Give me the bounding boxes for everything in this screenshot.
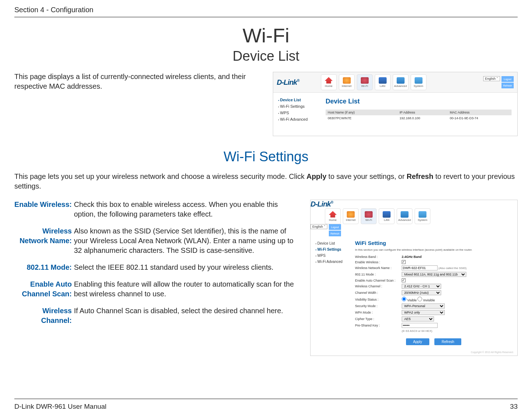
wifi-icon bbox=[365, 211, 373, 218]
select-wpa-mode[interactable]: WPA2 only bbox=[402, 310, 445, 315]
col-hostname: Host Name (if any) bbox=[326, 110, 397, 115]
wifi-settings-title: Wi-Fi Settings bbox=[14, 149, 518, 165]
label-enable: Enable Wireless : bbox=[355, 260, 402, 264]
nav-advanced[interactable]: Advanced bbox=[397, 208, 412, 224]
apply-button[interactable]: Apply bbox=[406, 338, 429, 345]
radio-invisible[interactable] bbox=[417, 297, 422, 301]
dlink-logo: D-Link® bbox=[311, 200, 333, 208]
term-wireless-channel: Wireless Channel: bbox=[14, 306, 72, 325]
refresh-button[interactable]: Refresh bbox=[434, 338, 461, 345]
sidebar-item-wifi-settings[interactable]: Wi-Fi Settings bbox=[316, 247, 348, 251]
footer-manual-name: D-Link DWR-961 User Manual bbox=[14, 403, 107, 411]
globe-icon bbox=[347, 211, 355, 218]
ssid-hint: (Also called the SSID) bbox=[439, 267, 467, 270]
checkbox-enable-wireless[interactable] bbox=[402, 260, 406, 264]
nav-wifi[interactable]: Wi-Fi bbox=[357, 74, 373, 90]
value-band: 2.4GHz Band bbox=[402, 255, 422, 259]
label-width: Channel Width : bbox=[355, 291, 402, 295]
home-icon bbox=[325, 77, 333, 84]
sidebar-item-device-list[interactable]: Device List bbox=[316, 241, 348, 245]
nav-system[interactable]: System bbox=[411, 74, 426, 90]
nav-advanced[interactable]: Advanced bbox=[393, 74, 409, 90]
top-nav: Home Internet Wi-Fi LAN Advanced System bbox=[321, 74, 426, 90]
wifi-settings-screenshot: D-Link® Home Internet Wi-Fi LAN Advanced… bbox=[310, 200, 518, 356]
lan-icon bbox=[379, 77, 387, 84]
advanced-icon bbox=[397, 77, 405, 84]
term-80211-mode: 802.11 Mode: bbox=[14, 263, 72, 272]
nav-home[interactable]: Home bbox=[321, 74, 337, 90]
select-channel-width[interactable]: 20/40MHz (Auto) bbox=[402, 290, 441, 295]
screenshot-topbar: D-Link® Home Internet Wi-Fi LAN Advanced… bbox=[273, 72, 517, 93]
page-number: 33 bbox=[510, 403, 518, 411]
input-psk[interactable] bbox=[402, 323, 438, 328]
wifi-settings-intro: This page lets you set up your wireless … bbox=[14, 172, 518, 191]
language-select[interactable]: English ˅ bbox=[311, 224, 327, 229]
sidebar: Device List Wi-Fi Settings WPS Wi-Fi Adv… bbox=[273, 93, 320, 136]
footer-divider bbox=[14, 399, 518, 399]
def-80211-mode: Select the IEEE 802.11 standard used by … bbox=[74, 263, 299, 272]
sidebar-item-wifi-advanced[interactable]: Wi-Fi Advanced bbox=[316, 260, 348, 264]
term-network-name: Wireless Network Name: bbox=[14, 226, 72, 255]
label-visible: Visible bbox=[407, 298, 417, 302]
home-icon bbox=[329, 211, 337, 218]
sidebar-item-device-list[interactable]: Device List bbox=[278, 98, 318, 102]
input-ssid[interactable] bbox=[402, 265, 438, 270]
label-ssid: Wireless Network Name : bbox=[355, 266, 402, 270]
label-visibility: Visibility Status : bbox=[355, 298, 402, 301]
definitions-list: Enable Wireless: Check this box to enabl… bbox=[14, 200, 299, 325]
nav-lan[interactable]: LAN bbox=[379, 208, 395, 224]
select-cipher-type[interactable]: AES bbox=[402, 316, 434, 321]
dlink-logo: D-Link® bbox=[277, 78, 299, 87]
checkbox-auto-channel[interactable] bbox=[402, 278, 406, 282]
logout-button[interactable]: Logout bbox=[501, 76, 514, 82]
col-mac: MAC Address bbox=[448, 110, 501, 115]
screenshot-topbar: D-Link® Home Internet Wi-Fi LAN Advanced… bbox=[311, 200, 517, 236]
language-select[interactable]: English ˅ bbox=[483, 76, 500, 81]
panel-title: WiFi Setting bbox=[355, 240, 512, 246]
sidebar-item-wifi-settings[interactable]: Wi-Fi Settings bbox=[278, 104, 318, 108]
nav-wifi[interactable]: Wi-Fi bbox=[361, 208, 377, 224]
system-icon bbox=[415, 77, 423, 84]
device-list-intro: This page displays a list of currently-c… bbox=[14, 72, 258, 91]
cell-ip: 192.168.0.100 bbox=[397, 115, 448, 121]
copyright-text: Copyright © 2013 All Rights Reserved. bbox=[311, 349, 517, 356]
label-psk: Pre-Shared Key : bbox=[355, 324, 402, 327]
radio-visible[interactable] bbox=[402, 297, 406, 301]
top-divider bbox=[14, 17, 518, 17]
nav-lan[interactable]: LAN bbox=[375, 74, 391, 90]
refresh-button[interactable]: Refresh bbox=[329, 231, 341, 236]
cell-hostname: 08307PCWIN7E bbox=[326, 115, 397, 121]
cell-mac: 00-14-D1-9E-D3-74 bbox=[448, 115, 501, 121]
device-list-screenshot: D-Link® Home Internet Wi-Fi LAN Advanced… bbox=[273, 72, 518, 136]
nav-system[interactable]: System bbox=[415, 208, 430, 224]
psk-hint: (8~63 ASCII or 64 HEX) bbox=[402, 329, 432, 333]
top-nav: Home Internet Wi-Fi LAN Advanced System bbox=[325, 208, 517, 224]
label-cipher: Cipher Type : bbox=[355, 317, 402, 321]
sidebar-item-wps[interactable]: WPS bbox=[278, 111, 318, 115]
label-channel: Wireless Channel : bbox=[355, 284, 402, 288]
term-enable-wireless: Enable Wireless: bbox=[14, 200, 72, 219]
nav-internet[interactable]: Internet bbox=[339, 74, 355, 90]
panel-description: In this section you can configure the wi… bbox=[355, 248, 512, 251]
label-security: Security Mode : bbox=[355, 304, 402, 308]
nav-home[interactable]: Home bbox=[325, 208, 341, 224]
advanced-icon bbox=[401, 211, 409, 218]
def-wireless-channel: If Auto Channel Scan is disabled, select… bbox=[74, 306, 299, 325]
section-header: Section 4 - Configuration bbox=[14, 6, 518, 14]
label-invisible: Invisible bbox=[423, 298, 435, 302]
select-channel[interactable]: 2.412 GHz - CH 1 bbox=[402, 284, 441, 289]
sidebar-item-wifi-advanced[interactable]: Wi-Fi Advanced bbox=[278, 117, 318, 121]
panel-title: Device List bbox=[326, 98, 512, 105]
select-security-mode[interactable]: WPA-Personal bbox=[402, 304, 445, 309]
table-header: Host Name (if any) IP Address MAC Addres… bbox=[326, 110, 512, 115]
sidebar: Device List Wi-Fi Settings WPS Wi-Fi Adv… bbox=[311, 236, 350, 349]
sidebar-item-wps[interactable]: WPS bbox=[316, 254, 348, 258]
refresh-button[interactable]: Refresh bbox=[501, 83, 514, 88]
term-auto-channel: Enable Auto Channel Scan: bbox=[14, 279, 72, 299]
def-enable-wireless: Check this box to enable wireless access… bbox=[74, 200, 299, 219]
col-ip: IP Address bbox=[397, 110, 448, 115]
select-80211-mode[interactable]: Mixed 802.11n, 802.11g and 802.11b bbox=[402, 272, 466, 277]
logout-button[interactable]: Logout bbox=[329, 224, 341, 230]
def-network-name: Also known as the SSID (Service Set Iden… bbox=[74, 226, 299, 255]
nav-internet[interactable]: Internet bbox=[343, 208, 359, 224]
